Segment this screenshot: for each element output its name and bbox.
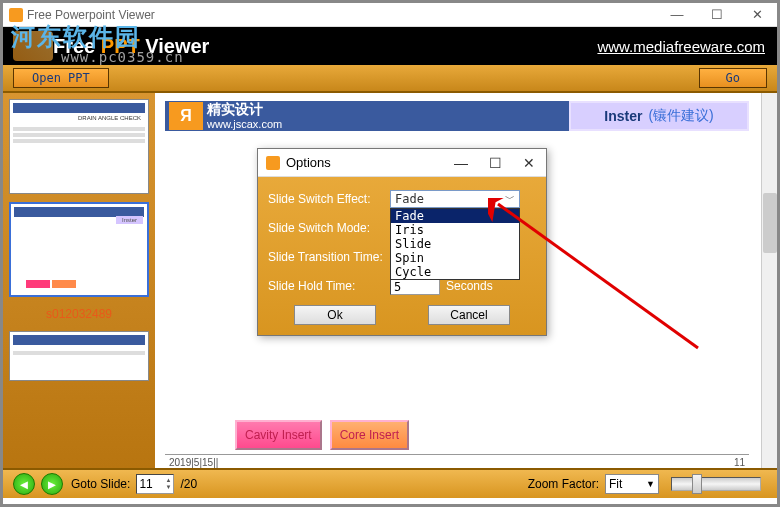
seconds-label: Seconds — [446, 279, 493, 293]
dropdown-option[interactable]: Iris — [391, 223, 519, 237]
logo-cn: 精实设计 — [207, 102, 282, 117]
effect-dropdown[interactable]: Fade ﹀ — [390, 190, 520, 208]
dropdown-option[interactable]: Spin — [391, 251, 519, 265]
toolbar: Open PPT Go — [3, 65, 777, 93]
dialog-maximize-button[interactable]: ☐ — [478, 149, 512, 177]
hold-label: Slide Hold Time: — [268, 279, 390, 293]
maximize-button[interactable]: ☐ — [697, 3, 737, 27]
transition-label: Slide Transition Time: — [268, 250, 390, 264]
go-button[interactable]: Go — [699, 68, 767, 88]
ok-button[interactable]: Ok — [294, 305, 376, 325]
logo-url: www.jscax.com — [207, 118, 282, 130]
dropdown-option[interactable]: Fade — [391, 209, 519, 223]
spinner-icon[interactable]: ▲▼ — [165, 477, 171, 491]
slide-thumbnail-selected[interactable]: Inster — [9, 202, 149, 297]
slide-logo-bar: Я 精实设计 www.jscax.com — [165, 101, 569, 131]
open-ppt-button[interactable]: Open PPT — [13, 68, 109, 88]
goto-slide-input[interactable]: 11 ▲▼ — [136, 474, 174, 494]
core-insert-box: Core Insert — [330, 420, 409, 450]
slide-thumbnail[interactable]: DRAIN ANGLE CHECK — [9, 99, 149, 194]
next-slide-button[interactable]: ► — [41, 473, 63, 495]
bottom-toolbar: ◄ ► Goto Slide: 11 ▲▼ /20 Zoom Factor: F… — [3, 468, 777, 498]
cancel-button[interactable]: Cancel — [428, 305, 510, 325]
window-title: Free Powerpoint Viewer — [27, 8, 155, 22]
slide-thumbnail[interactable] — [9, 331, 149, 381]
effect-value: Fade — [395, 192, 424, 206]
dialog-close-button[interactable]: ✕ — [512, 149, 546, 177]
effect-dropdown-list[interactable]: Fade Iris Slide Spin Cycle — [390, 208, 520, 280]
scrollbar-thumb[interactable] — [763, 193, 777, 253]
dropdown-option[interactable]: Slide — [391, 237, 519, 251]
vertical-scrollbar[interactable] — [761, 93, 777, 468]
total-slides-label: /20 — [180, 477, 197, 491]
effect-label: Slide Switch Effect: — [268, 192, 390, 206]
watermark-url: www.pc0359.cn — [61, 49, 184, 65]
dialog-minimize-button[interactable]: — — [444, 149, 478, 177]
zoom-slider[interactable] — [671, 477, 761, 491]
thumbnail-panel[interactable]: DRAIN ANGLE CHECK Inster s012032489 — [3, 93, 155, 468]
prev-slide-button[interactable]: ◄ — [13, 473, 35, 495]
thumb-title: DRAIN ANGLE CHECK — [13, 115, 145, 121]
dialog-title: Options — [286, 155, 331, 170]
hold-time-input[interactable]: 5 — [390, 278, 440, 295]
chevron-down-icon: ▼ — [646, 479, 655, 489]
slide-date: 2019|5|15|| — [169, 457, 218, 468]
minimize-button[interactable]: — — [657, 3, 697, 27]
options-dialog: Options — ☐ ✕ Slide Switch Effect: Fade … — [257, 148, 547, 336]
mode-label: Slide Switch Mode: — [268, 221, 390, 235]
close-button[interactable]: ✕ — [737, 3, 777, 27]
zoom-dropdown[interactable]: Fit ▼ — [605, 474, 659, 494]
slide-id-label: s012032489 — [9, 305, 149, 323]
thumb-badge: Inster — [116, 216, 143, 224]
inster-label: Inster — [604, 108, 642, 124]
dropdown-option[interactable]: Cycle — [391, 265, 519, 279]
zoom-value: Fit — [609, 477, 622, 491]
goto-value: 11 — [139, 477, 152, 491]
dialog-icon — [266, 156, 280, 170]
slide-page-number: 11 — [734, 457, 745, 468]
goto-label: Goto Slide: — [71, 477, 130, 491]
inster-sublabel: (镶件建议) — [648, 107, 713, 125]
slider-thumb[interactable] — [692, 474, 702, 494]
app-icon — [9, 8, 23, 22]
cavity-insert-box: Cavity Insert — [235, 420, 322, 450]
vendor-link[interactable]: www.mediafreeware.com — [597, 38, 765, 55]
chevron-down-icon: ﹀ — [505, 192, 515, 206]
logo-badge-icon: Я — [169, 102, 203, 130]
slide-title-badge: Inster (镶件建议) — [569, 101, 749, 131]
zoom-label: Zoom Factor: — [528, 477, 599, 491]
